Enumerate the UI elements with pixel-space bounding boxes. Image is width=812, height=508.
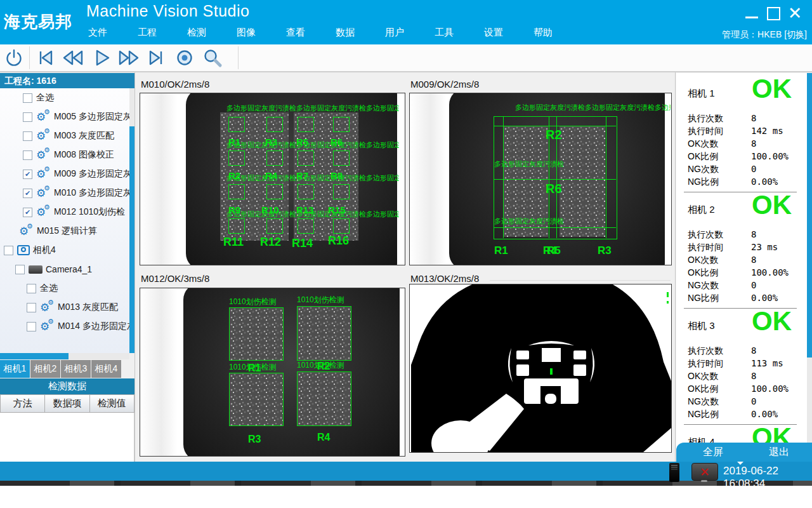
checkbox[interactable]	[27, 322, 36, 331]
close-button[interactable]: ✕	[784, 4, 806, 23]
stat-label: OK次数	[688, 255, 718, 266]
rewind-icon	[61, 47, 85, 69]
roi-label: R4	[265, 170, 277, 181]
exit-button[interactable]: 退出	[747, 443, 811, 462]
skip-end-button[interactable]	[143, 46, 171, 70]
search-button[interactable]	[199, 46, 226, 70]
image-m012: 1010划伤检测1010划伤检测1010划伤检测1010划伤检测R1R2R3R4	[140, 288, 405, 456]
checkbox[interactable]	[27, 284, 36, 293]
tree-item[interactable]: ⚙⚙M005 多边形固定灰	[0, 107, 130, 126]
tool-name-overlay: 多边形固定灰度污渍检多边形固定灰度污渍检多边形固定灰度污渍检	[226, 104, 399, 113]
menu-item-8[interactable]: 设置	[469, 27, 518, 39]
roi-label: R1	[228, 137, 240, 147]
tree-item[interactable]: ⚙⚙M003 灰度匹配	[0, 126, 130, 145]
checkbox-checked[interactable]: ✔	[23, 208, 32, 217]
stat-label: NG比例	[688, 409, 719, 420]
tree-item[interactable]: ✔⚙⚙M009 多边形固定灰	[0, 164, 130, 184]
checkbox[interactable]	[4, 246, 13, 255]
gears-icon: ⚙⚙	[36, 110, 51, 123]
image-panel-m009[interactable]: 多边形固定灰度污渍检多边形固定灰度污渍检多边形固定灰度污渍检多边形固定灰度污渍检…	[409, 93, 672, 265]
tree-item[interactable]: 全选	[0, 279, 130, 298]
checkbox[interactable]	[23, 112, 32, 122]
menu-item-4[interactable]: 查看	[271, 27, 320, 39]
menu-item-0[interactable]: 文件	[73, 27, 122, 39]
tree-hscrollbar[interactable]	[0, 353, 129, 359]
up-arrow-icon[interactable]	[737, 439, 743, 443]
stat-value: 113 ms	[751, 358, 783, 368]
admin-label: 管理员：HKEB[切换]	[722, 29, 807, 41]
search-icon	[202, 47, 223, 69]
column-header[interactable]: 方法	[0, 394, 45, 413]
image-panel-m013[interactable]	[409, 284, 672, 453]
network-disconnected-icon[interactable]: ✕	[691, 463, 718, 481]
switch-user-link[interactable]: [切换]	[784, 29, 807, 39]
checkbox[interactable]	[27, 303, 36, 312]
menu-item-1[interactable]: 工程	[122, 27, 172, 39]
stats-scrollbar[interactable]	[807, 73, 812, 481]
stats-scrollbar-thumb[interactable]	[807, 73, 812, 358]
menu-item-5[interactable]: 数据	[320, 27, 370, 39]
tree-item[interactable]: 全选	[0, 88, 130, 107]
checkbox-checked[interactable]: ✔	[23, 170, 32, 179]
power-button[interactable]	[0, 46, 28, 70]
menu-item-6[interactable]: 用户	[370, 27, 419, 39]
roi-label: R16	[328, 234, 349, 248]
fullscreen-button[interactable]: 全屏	[681, 443, 745, 462]
tree-vscrollbar-thumb[interactable]	[129, 126, 134, 353]
menu-item-2[interactable]: 检测	[172, 27, 221, 39]
column-header[interactable]: 检测值	[90, 394, 134, 413]
checkbox[interactable]	[23, 150, 32, 160]
tab-camera4[interactable]: 相机4	[91, 360, 121, 378]
menu-item-9[interactable]: 帮助	[518, 27, 568, 39]
detect-data-table-header: 方法数据项检测值	[0, 394, 134, 413]
sidebar-divider	[134, 72, 135, 462]
menu-item-7[interactable]: 工具	[419, 27, 469, 39]
roi-label: R6	[331, 137, 343, 147]
menu-item-3[interactable]: 图像	[221, 27, 271, 39]
gears-icon: ⚙⚙	[19, 225, 34, 237]
roi-label: R14	[292, 237, 313, 250]
tree-item[interactable]: Camera4_1	[0, 260, 130, 279]
play-button[interactable]	[87, 46, 115, 70]
tree-item[interactable]: ⚙⚙M008 图像校正	[0, 145, 130, 164]
toolbar	[0, 44, 812, 72]
image-panel-m012[interactable]: 1010划伤检测1010划伤检测1010划伤检测1010划伤检测R1R2R3R4	[140, 288, 405, 457]
tree-item-label: M014 多边形固定灰	[58, 321, 130, 332]
panel-title-m010: M010/OK/2ms/8	[141, 79, 209, 90]
tab-camera2[interactable]: 相机2	[30, 360, 60, 378]
computer-icon[interactable]	[669, 463, 679, 482]
tree-item[interactable]: ✔⚙⚙M010 多边形固定灰	[0, 184, 130, 203]
rewind-button[interactable]	[59, 46, 87, 70]
record-icon	[174, 47, 195, 69]
stat-value: 0.00%	[751, 177, 778, 187]
status-ok: OK	[752, 74, 792, 104]
tab-camera3[interactable]: 相机3	[61, 360, 91, 378]
minimize-button[interactable]	[741, 4, 763, 23]
tree-item[interactable]: ✔⚙⚙M012 1010划伤检	[0, 203, 130, 222]
tree-item[interactable]: ⚙⚙M014 多边形固定灰	[0, 317, 130, 336]
roi-outline	[228, 150, 245, 166]
tool-name-overlay: 1010划伤检测	[229, 297, 299, 307]
checkbox[interactable]	[23, 131, 32, 141]
tree-item[interactable]: ⚙⚙M013 灰度匹配	[0, 298, 130, 317]
tab-camera1[interactable]: 相机1	[0, 360, 30, 378]
fast-forward-icon	[117, 47, 141, 69]
tool-name-overlay: 多边形固定灰度污渍检多边形固定灰度污渍检多边形固定灰度污渍检	[226, 140, 399, 150]
maximize-button[interactable]	[763, 4, 784, 23]
column-header[interactable]: 数据项	[45, 394, 89, 413]
image-panel-m010[interactable]: 多边形固定灰度污渍检多边形固定灰度污渍检多边形固定灰度污渍检多边形固定灰度污渍检…	[140, 93, 405, 265]
stat-value: 8	[751, 345, 756, 356]
status-datetime: 2019-06-22 16:08:34	[723, 465, 812, 490]
tree-item[interactable]: 相机4	[0, 241, 130, 260]
desktop-taskbar-sliver	[0, 481, 812, 486]
fast-forward-button[interactable]	[115, 46, 143, 70]
tree-hscrollbar-thumb[interactable]	[0, 353, 69, 359]
checkbox[interactable]	[23, 93, 32, 103]
skip-start-button[interactable]	[31, 46, 59, 70]
stat-label: NG次数	[688, 396, 719, 408]
record-button[interactable]	[171, 46, 199, 70]
tree-vscrollbar[interactable]	[129, 88, 134, 353]
checkbox[interactable]	[15, 265, 25, 274]
tree-item[interactable]: ⚙⚙M015 逻辑计算	[0, 222, 130, 241]
checkbox-checked[interactable]: ✔	[23, 189, 32, 198]
